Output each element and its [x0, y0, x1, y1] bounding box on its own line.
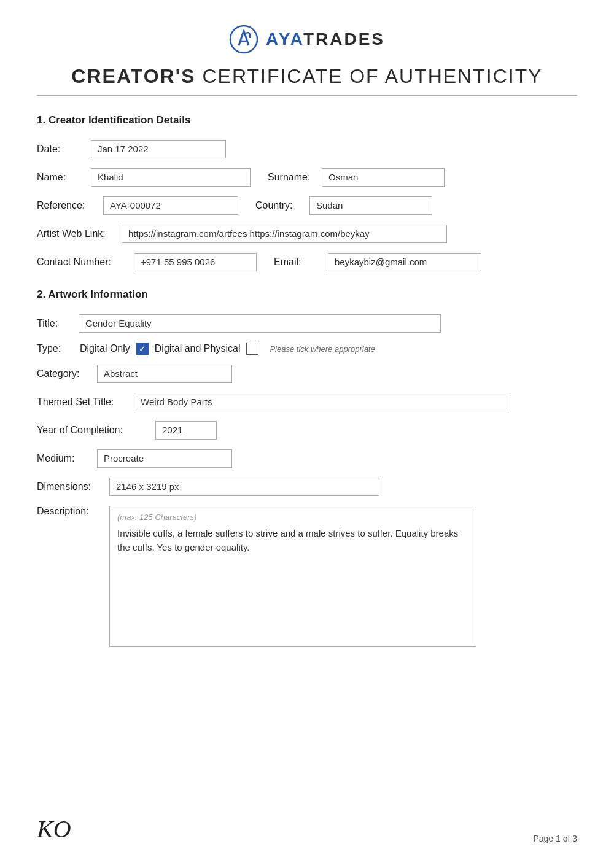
cert-title: CREATOR'S CERTIFICATE OF AUTHENTICITY [37, 65, 577, 88]
year-label: Year of Completion: [37, 425, 150, 436]
description-row: Description: (max. 125 Characters) Invis… [37, 506, 577, 647]
medium-row: Medium: Procreate [37, 449, 577, 468]
themed-set-row: Themed Set Title: Weird Body Parts [37, 393, 577, 411]
artwork-title-row: Title: Gender Equality [37, 314, 577, 333]
logo-area: AYATRADES [37, 25, 577, 54]
signature: KO [37, 815, 71, 843]
themed-set-input[interactable]: Weird Body Parts [134, 393, 508, 411]
name-label: Name: [37, 172, 86, 183]
dimensions-label: Dimensions: [37, 481, 104, 492]
cert-title-rest: CERTIFICATE OF AUTHENTICITY [196, 65, 543, 87]
year-row: Year of Completion: 2021 [37, 421, 577, 440]
section2-title: 2. Artwork Information [37, 289, 577, 301]
email-input[interactable]: beykaybiz@gmail.com [328, 253, 481, 271]
title-divider [37, 95, 577, 96]
digital-physical-checkbox[interactable] [246, 343, 258, 355]
footer: KO Page 1 of 3 [37, 815, 577, 843]
year-input[interactable]: 2021 [155, 421, 217, 440]
reference-label: Reference: [37, 200, 98, 211]
section1: 1. Creator Identification Details Date: … [37, 114, 577, 271]
contact-label: Contact Number: [37, 257, 129, 268]
header: AYATRADES CREATOR'S CERTIFICATE OF AUTHE… [37, 25, 577, 96]
digital-only-label: Digital Only [80, 343, 130, 354]
page-number: Page 1 of 3 [533, 834, 577, 843]
email-label: Email: [274, 257, 323, 268]
description-label: Description: [37, 506, 104, 517]
medium-label: Medium: [37, 453, 92, 464]
weblink-label: Artist Web Link: [37, 228, 117, 239]
surname-label: Surname: [268, 172, 317, 183]
date-row: Date: Jan 17 2022 [37, 140, 577, 158]
logo-trades: TRADES [303, 29, 385, 48]
section1-title: 1. Creator Identification Details [37, 114, 577, 126]
dimensions-input[interactable]: 2146 x 3219 px [109, 478, 379, 496]
surname-input[interactable]: Osman [322, 168, 445, 187]
name-row: Name: Khalid Surname: Osman [37, 168, 577, 187]
reference-input[interactable]: AYA-000072 [103, 196, 238, 215]
weblink-row: Artist Web Link: https://instagram.com/a… [37, 225, 577, 243]
contact-row: Contact Number: +971 55 995 0026 Email: … [37, 253, 577, 271]
themed-set-label: Themed Set Title: [37, 397, 129, 408]
logo-icon [229, 25, 258, 54]
digital-physical-label: Digital and Physical [155, 343, 241, 354]
date-input[interactable]: Jan 17 2022 [91, 140, 226, 158]
section2: 2. Artwork Information Title: Gender Equ… [37, 289, 577, 647]
weblink-input[interactable]: https://instagram.com/artfees https://in… [122, 225, 447, 243]
digital-only-checkbox[interactable]: ✓ [136, 343, 149, 355]
logo-aya: AYA [266, 29, 303, 48]
reference-row: Reference: AYA-000072 Country: Sudan [37, 196, 577, 215]
date-label: Date: [37, 144, 86, 155]
description-text: Invisible cuffs, a female suffers to str… [117, 528, 458, 552]
contact-input[interactable]: +971 55 995 0026 [134, 253, 257, 271]
country-input[interactable]: Sudan [309, 196, 432, 215]
type-row: Type: Digital Only ✓ Digital and Physica… [37, 343, 577, 355]
type-note: Please tick where appropriate [270, 344, 375, 354]
cert-title-bold: CREATOR'S [71, 65, 195, 87]
medium-input[interactable]: Procreate [97, 449, 232, 468]
name-input[interactable]: Khalid [91, 168, 251, 187]
page: AYATRADES CREATOR'S CERTIFICATE OF AUTHE… [0, 0, 614, 868]
artwork-title-label: Title: [37, 318, 74, 329]
country-label: Country: [255, 200, 305, 211]
dimensions-row: Dimensions: 2146 x 3219 px [37, 478, 577, 496]
description-placeholder: (max. 125 Characters) [117, 513, 468, 522]
logo-text: AYATRADES [266, 29, 385, 49]
category-label: Category: [37, 368, 92, 379]
category-row: Category: Abstract [37, 365, 577, 383]
description-box[interactable]: (max. 125 Characters) Invisible cuffs, a… [109, 506, 476, 647]
category-input[interactable]: Abstract [97, 365, 232, 383]
type-label: Type: [37, 343, 74, 354]
artwork-title-input[interactable]: Gender Equality [79, 314, 441, 333]
